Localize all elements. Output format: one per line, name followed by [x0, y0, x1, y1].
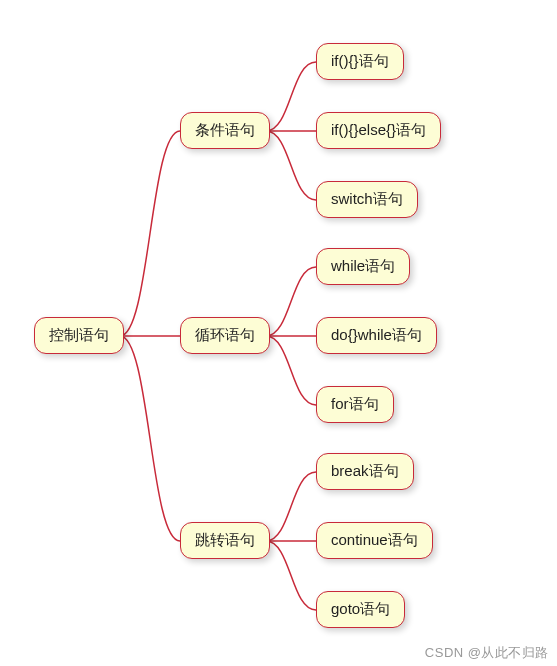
root-node: 控制语句: [34, 317, 124, 354]
leaf-node-switch: switch语句: [316, 181, 418, 218]
leaf-node-if-else: if(){}else{}语句: [316, 112, 441, 149]
branch-node-jump: 跳转语句: [180, 522, 270, 559]
watermark-text: CSDN @从此不归路: [425, 644, 549, 662]
leaf-node-while: while语句: [316, 248, 410, 285]
leaf-node-if: if(){}语句: [316, 43, 404, 80]
leaf-node-goto: goto语句: [316, 591, 405, 628]
branch-node-conditional: 条件语句: [180, 112, 270, 149]
leaf-node-break: break语句: [316, 453, 414, 490]
leaf-node-continue: continue语句: [316, 522, 433, 559]
branch-node-loop: 循环语句: [180, 317, 270, 354]
leaf-node-do-while: do{}while语句: [316, 317, 437, 354]
leaf-node-for: for语句: [316, 386, 394, 423]
